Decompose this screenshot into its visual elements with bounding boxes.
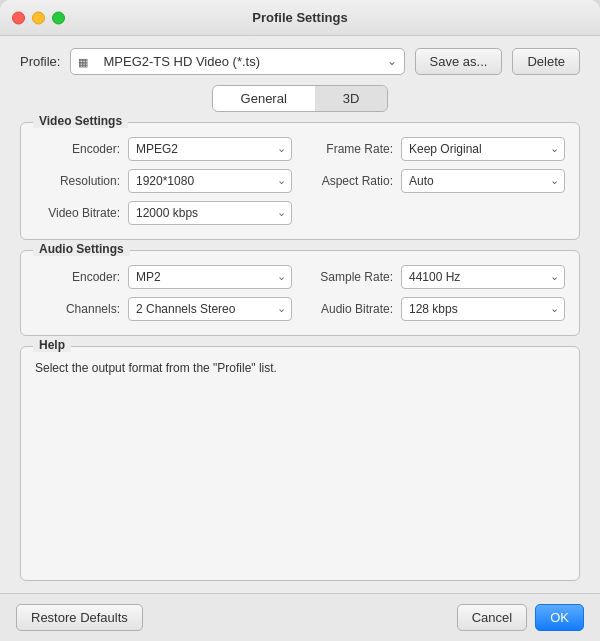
encoder-select-wrapper: MPEG2 H.264 H.265 MPEG4: [128, 137, 292, 161]
frame-rate-select-wrapper: Keep Original 23.976 25 29.97 30: [401, 137, 565, 161]
restore-defaults-button[interactable]: Restore Defaults: [16, 604, 143, 631]
aspect-ratio-select[interactable]: Auto 16:9 4:3: [401, 169, 565, 193]
video-bitrate-row: Video Bitrate: 12000 kbps 8000 kbps 6000…: [35, 201, 292, 225]
profile-label: Profile:: [20, 54, 60, 69]
tabs-container: General 3D: [212, 85, 389, 112]
bottom-right-buttons: Cancel OK: [457, 604, 584, 631]
tab-general[interactable]: General: [213, 86, 315, 111]
help-text: Select the output format from the "Profi…: [35, 361, 565, 375]
resolution-label: Resolution:: [35, 174, 120, 188]
audio-encoder-select-wrapper: MP2 AAC MP3 AC3: [128, 265, 292, 289]
video-settings-section: Video Settings Encoder: MPEG2 H.264 H.26…: [20, 122, 580, 240]
help-title: Help: [33, 338, 71, 352]
resolution-row: Resolution: 1920*1080 1280*720 720*576 C…: [35, 169, 292, 193]
aspect-ratio-row: Aspect Ratio: Auto 16:9 4:3: [308, 169, 565, 193]
audio-settings-grid: Encoder: MP2 AAC MP3 AC3 Sample Rate:: [35, 265, 565, 321]
audio-bitrate-select[interactable]: 128 kbps 192 kbps 256 kbps 64 kbps: [401, 297, 565, 321]
audio-bitrate-label: Audio Bitrate:: [308, 302, 393, 316]
frame-rate-select[interactable]: Keep Original 23.976 25 29.97 30: [401, 137, 565, 161]
channels-row: Channels: 2 Channels Stereo 1 Channel Mo…: [35, 297, 292, 321]
video-encoder-select[interactable]: MPEG2 H.264 H.265 MPEG4: [128, 137, 292, 161]
maximize-button[interactable]: [52, 11, 65, 24]
frame-rate-label: Frame Rate:: [308, 142, 393, 156]
audio-settings-section: Audio Settings Encoder: MP2 AAC MP3 AC3: [20, 250, 580, 336]
sample-rate-select-wrapper: 44100 Hz 48000 Hz 22050 Hz: [401, 265, 565, 289]
cancel-button[interactable]: Cancel: [457, 604, 527, 631]
tabs-row: General 3D: [20, 85, 580, 112]
resolution-select-wrapper: 1920*1080 1280*720 720*576 Custom: [128, 169, 292, 193]
tab-3d[interactable]: 3D: [315, 86, 388, 111]
sample-rate-label: Sample Rate:: [308, 270, 393, 284]
audio-encoder-select[interactable]: MP2 AAC MP3 AC3: [128, 265, 292, 289]
ok-button[interactable]: OK: [535, 604, 584, 631]
channels-label: Channels:: [35, 302, 120, 316]
profile-select[interactable]: MPEG2-TS HD Video (*.ts) MPEG2-TS SD Vid…: [70, 48, 404, 75]
audio-settings-title: Audio Settings: [33, 242, 130, 256]
aspect-ratio-label: Aspect Ratio:: [308, 174, 393, 188]
profile-row: Profile: ▦ MPEG2-TS HD Video (*.ts) MPEG…: [20, 48, 580, 75]
video-bitrate-select[interactable]: 12000 kbps 8000 kbps 6000 kbps 4000 kbps: [128, 201, 292, 225]
help-section: Help Select the output format from the "…: [20, 346, 580, 581]
traffic-lights: [12, 11, 65, 24]
encoder-row: Encoder: MPEG2 H.264 H.265 MPEG4: [35, 137, 292, 161]
save-as-button[interactable]: Save as...: [415, 48, 503, 75]
window-title: Profile Settings: [252, 10, 347, 25]
profile-select-container: ▦ MPEG2-TS HD Video (*.ts) MPEG2-TS SD V…: [70, 48, 404, 75]
main-content: Profile: ▦ MPEG2-TS HD Video (*.ts) MPEG…: [0, 36, 600, 593]
channels-select-wrapper: 2 Channels Stereo 1 Channel Mono 6 Chann…: [128, 297, 292, 321]
video-bitrate-label: Video Bitrate:: [35, 206, 120, 220]
frame-rate-row: Frame Rate: Keep Original 23.976 25 29.9…: [308, 137, 565, 161]
close-button[interactable]: [12, 11, 25, 24]
aspect-ratio-select-wrapper: Auto 16:9 4:3: [401, 169, 565, 193]
audio-encoder-row: Encoder: MP2 AAC MP3 AC3: [35, 265, 292, 289]
video-settings-title: Video Settings: [33, 114, 128, 128]
encoder-label: Encoder:: [35, 142, 120, 156]
resolution-select[interactable]: 1920*1080 1280*720 720*576 Custom: [128, 169, 292, 193]
delete-button[interactable]: Delete: [512, 48, 580, 75]
audio-bitrate-row: Audio Bitrate: 128 kbps 192 kbps 256 kbp…: [308, 297, 565, 321]
sample-rate-select[interactable]: 44100 Hz 48000 Hz 22050 Hz: [401, 265, 565, 289]
title-bar: Profile Settings: [0, 0, 600, 36]
video-bitrate-select-wrapper: 12000 kbps 8000 kbps 6000 kbps 4000 kbps: [128, 201, 292, 225]
window: Profile Settings Profile: ▦ MPEG2-TS HD …: [0, 0, 600, 641]
audio-encoder-label: Encoder:: [35, 270, 120, 284]
audio-bitrate-select-wrapper: 128 kbps 192 kbps 256 kbps 64 kbps: [401, 297, 565, 321]
minimize-button[interactable]: [32, 11, 45, 24]
video-settings-grid: Encoder: MPEG2 H.264 H.265 MPEG4 Frame R…: [35, 137, 565, 225]
channels-select[interactable]: 2 Channels Stereo 1 Channel Mono 6 Chann…: [128, 297, 292, 321]
bottom-bar: Restore Defaults Cancel OK: [0, 593, 600, 641]
sample-rate-row: Sample Rate: 44100 Hz 48000 Hz 22050 Hz: [308, 265, 565, 289]
